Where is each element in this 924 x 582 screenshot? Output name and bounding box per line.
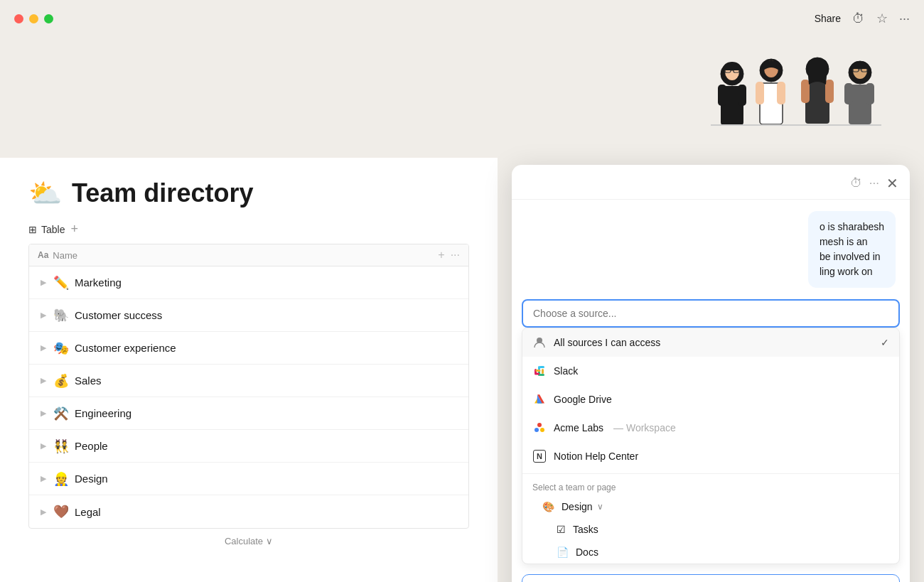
page-title-area: ⛅ Team directory [28,158,469,222]
table-icon: ⊞ [28,224,37,235]
svg-rect-17 [825,80,834,103]
svg-rect-11 [756,82,764,104]
row-emoji: 💰 [53,373,69,389]
source-notion-help[interactable]: N Notion Help Center [522,442,899,470]
aa-icon: Aa [38,250,48,260]
hero-illustration [711,49,881,151]
more-options-button[interactable]: ··· [899,11,910,26]
history-icon[interactable]: ⏱ [852,11,865,26]
row-expand-button[interactable]: ▶ [38,278,49,287]
table-row[interactable]: ▶ ⚒️ Engineering [29,397,468,430]
source-label: Google Drive [554,394,612,405]
svg-rect-3 [718,85,726,106]
col-header-actions: + ··· [438,249,460,262]
minimize-button[interactable] [29,14,38,23]
checkmark-icon: ✓ [881,337,889,348]
row-emoji: ⚒️ [53,406,69,421]
source-slack[interactable]: Slack [522,357,899,385]
person-icon [532,335,547,350]
calculate-label: Calculate [225,536,263,546]
popup-header: ⏱ ··· ✕ [512,165,910,200]
name-col-label: Name [53,250,77,261]
svg-rect-33 [539,366,544,368]
name-column-header: Aa Name [38,250,438,261]
source-all-sources[interactable]: All sources I can access ✓ [522,328,899,357]
share-button[interactable]: Share [815,13,841,24]
close-button[interactable] [14,14,23,23]
source-label: All sources I can access [554,337,660,348]
svg-rect-4 [738,85,746,106]
add-view-button[interactable]: + [70,222,78,237]
row-expand-button[interactable]: ▶ [38,474,49,483]
google-drive-icon [532,392,547,406]
view-bar: ⊞ Table + [28,222,469,237]
table-view-button[interactable]: ⊞ Table [28,224,65,235]
design-chevron-icon: ∨ [597,502,603,512]
sub-item-tasks[interactable]: ☑ Tasks [522,518,899,541]
row-name: People [75,440,108,452]
row-emoji: 🤎 [53,504,69,519]
row-expand-button[interactable]: ▶ [38,409,49,418]
maximize-button[interactable] [44,14,53,23]
svg-rect-31 [542,369,544,374]
source-label: Slack [554,365,578,377]
notion-icon: N [532,449,547,463]
row-name: Customer success [75,309,162,321]
column-options-button[interactable]: ··· [451,249,460,262]
row-expand-button[interactable]: ▶ [38,376,49,385]
tasks-label: Tasks [573,524,598,535]
chat-messages: o is sharabeshmesh is anbe involved inli… [512,200,910,299]
source-acme-labs[interactable]: Acme Labs — Workspace [522,414,899,442]
table-row[interactable]: ▶ 💰 Sales [29,365,468,397]
row-name: Customer experience [75,342,176,354]
source-label: Notion Help Center [554,451,638,462]
design-label: Design [562,501,593,512]
checkbox-icon: ☑ [557,524,566,535]
source-google-drive[interactable]: Google Drive [522,385,899,414]
row-emoji: 👷 [53,471,69,487]
design-emoji: 🎨 [542,501,554,512]
svg-rect-35 [536,370,541,372]
row-emoji: 👯 [53,438,69,454]
source-search-input[interactable] [522,299,900,328]
table-row[interactable]: ▶ ✏️ Marketing [29,266,468,299]
table-row[interactable]: ▶ 👷 Design [29,463,468,495]
docs-label: Docs [576,546,598,558]
row-name: Sales [75,374,102,387]
table-row[interactable]: ▶ 🐘 Customer success [29,299,468,332]
dropdown-divider [522,473,899,474]
row-name: Engineering [75,407,131,419]
acme-icon [532,421,547,435]
popup-history-icon[interactable]: ⏱ [850,176,862,190]
popup-close-button[interactable]: ✕ [886,175,898,192]
source-selector: All sources I can access ✓ [512,299,910,574]
message-text: o is sharabeshmesh is anbe involved inli… [820,221,884,277]
titlebar-actions: Share ⏱ ☆ ··· [815,11,910,26]
table-view-label: Table [41,224,65,235]
svg-rect-12 [777,82,785,104]
team-design[interactable]: 🎨 Design ∨ [522,495,899,518]
table-column-header: Aa Name + ··· [29,244,468,266]
sub-item-docs[interactable]: 📄 Docs [522,541,899,564]
titlebar: Share ⏱ ☆ ··· [0,0,924,37]
people-illustration [711,49,881,141]
table-row[interactable]: ▶ 🎭 Customer experience [29,332,468,365]
popup-more-icon[interactable]: ··· [869,176,879,190]
row-emoji: 🎭 [53,340,69,356]
row-expand-button[interactable]: ▶ [38,441,49,451]
row-emoji: 🐘 [53,308,69,323]
table-row[interactable]: ▶ 👯 People [29,430,468,463]
row-expand-button[interactable]: ▶ [38,311,49,320]
row-name: Design [75,473,108,485]
svg-rect-34 [539,374,544,376]
row-emoji: ✏️ [53,275,69,291]
add-column-button[interactable]: + [438,249,444,262]
star-icon[interactable]: ☆ [876,11,888,26]
calculate-bar[interactable]: Calculate ∨ [28,529,469,554]
row-expand-button[interactable]: ▶ [38,507,49,517]
table-row[interactable]: ▶ 🤎 Legal [29,495,468,528]
row-expand-button[interactable]: ▶ [38,343,49,352]
left-panel: ⛅ Team directory ⊞ Table + Aa Name + ··· [0,158,498,582]
hero-banner [0,37,924,158]
page-title: Team directory [72,178,253,208]
